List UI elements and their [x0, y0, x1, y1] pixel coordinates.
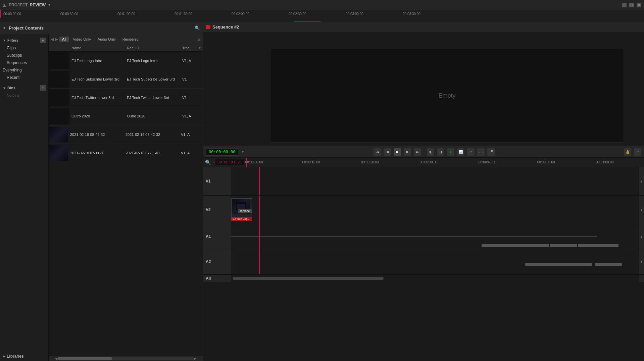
audio-meter-button[interactable]: 📊 — [457, 148, 464, 156]
add-bins-button[interactable]: + — [40, 85, 46, 91]
clip-reel: Outro 2020 — [126, 114, 181, 118]
track-all-row: All — [203, 274, 644, 282]
timecode-bar: 00:00:00.00 ▼ ⏮ ◀ ▶ ▶ ⏭ ◧ ◨ ● 📊 ✂ ⛶ 🎤 🔒 … — [203, 146, 644, 158]
left-panel: ▼ Project Contents 🔍 ▼ Filters + Clips S… — [0, 22, 203, 361]
filter-audio-tab[interactable]: Audio Only — [95, 37, 118, 42]
sidebar-item-sequences[interactable]: Sequences — [0, 59, 48, 66]
clip-list-area: ◀ ▶ All Video Only Audio Only Rendered ⊞… — [49, 34, 203, 361]
lock-button[interactable]: 🔒 — [624, 148, 631, 156]
clip-row[interactable]: 2021-02-18 07-11-01 2021-02-18 07-11-01 … — [49, 144, 203, 162]
clip-row[interactable]: EJ Tech Logo Intro EJ Tech Logo Intro V1… — [49, 52, 203, 70]
sidebar-item-everything[interactable]: Everything — [0, 66, 48, 74]
edit-mode-button[interactable]: ✂ — [467, 148, 475, 156]
zoom-in-button[interactable]: + — [212, 160, 214, 164]
view-toggle-icon[interactable]: ⊞ — [197, 37, 201, 42]
review-dropdown-icon[interactable]: ▼ — [48, 3, 51, 7]
scroll-right-icon[interactable]: ▶ — [194, 357, 197, 360]
transport-go-start[interactable]: ⏮ — [374, 148, 381, 156]
timeline-clip-block[interactable]: EJ Tech Log... replace — [231, 198, 252, 221]
filter-video-tab[interactable]: Video Only — [70, 37, 94, 42]
libraries-section[interactable]: ▶ Libraries — [0, 351, 48, 361]
in-point-button[interactable]: ◧ — [427, 148, 434, 156]
clip-row[interactable]: EJ Tech Twitter Lower 3rd EJ Tech Twitte… — [49, 89, 203, 107]
timecode-dropdown-icon[interactable]: ▼ — [241, 150, 244, 154]
filter-rendered-tab[interactable]: Rendered — [120, 37, 141, 42]
col-name-header[interactable]: Name — [70, 46, 126, 50]
sidebar-item-subclips[interactable]: Subclips — [0, 52, 48, 59]
transport-go-end[interactable]: ⏭ — [414, 148, 421, 156]
clip-list-scrollbar[interactable]: ◀ ▶ — [49, 356, 203, 361]
clip-name: EJ Tech Twitter Lower 3rd — [70, 96, 126, 100]
scroll-left-icon[interactable]: ◀ — [55, 357, 57, 360]
track-a1-content[interactable] — [231, 224, 639, 249]
track-a1-up-icon[interactable]: ▲ — [640, 235, 643, 239]
tl-ruler-6: 00:01:00.00 — [596, 160, 614, 164]
track-a1-controls: ▲ — [639, 224, 644, 249]
filters-section-header[interactable]: ▼ Filters + — [0, 36, 48, 44]
timeline-area: 🔍 + 00:00:03.21 00:00:00.00 00:00:10.00 … — [203, 158, 644, 361]
a2-audio-blob — [595, 263, 622, 266]
nav-back-icon[interactable]: ◀ — [51, 37, 54, 42]
mark-button[interactable]: ● — [447, 148, 454, 156]
audio-waveform-line — [231, 236, 597, 237]
preview-player[interactable]: Empty — [270, 49, 624, 143]
zoom-out-button[interactable]: 🔍 — [205, 160, 211, 165]
horizontal-scrollbar-thumb[interactable] — [57, 357, 112, 360]
clip-name: 2021-02-19 08-42-32 — [69, 133, 124, 137]
clip-row[interactable]: 2021-02-19 08-42-32 2021-02-19 08-42-32 … — [49, 125, 203, 144]
track-a2-label: A2 — [203, 249, 231, 274]
title-bar-left: ⊞ PROJECT REVIEW ▼ — [3, 2, 51, 8]
ruler-mark-1: 00:00:30.00 — [60, 12, 78, 16]
svg-rect-1 — [237, 204, 245, 209]
timecode-display[interactable]: 00:00:00.00 — [206, 148, 238, 156]
close-button[interactable]: ✕ — [637, 3, 641, 7]
track-scrollbar-thumb[interactable] — [233, 277, 384, 280]
transport-prev-frame[interactable]: ◀ — [384, 148, 391, 156]
fullscreen-button[interactable]: ⛶ — [477, 148, 485, 156]
title-bar: ⊞ PROJECT REVIEW ▼ — □ ✕ — [0, 0, 644, 10]
minimize-button[interactable]: — — [622, 3, 627, 7]
project-collapse-icon[interactable]: ▼ — [3, 26, 6, 30]
left-content: ▼ Filters + Clips Subclips Sequences Eve… — [0, 34, 203, 361]
audio-blob — [550, 244, 577, 247]
clip-name: 2021-02-18 07-11-01 — [69, 151, 124, 155]
project-search-icon[interactable]: 🔍 — [195, 25, 200, 31]
add-filter-button[interactable]: + — [40, 38, 46, 43]
filter-all-tab[interactable]: All — [59, 37, 69, 42]
ruler-mark-0: 00:00:00.00 — [3, 12, 21, 16]
ruler-mark-3: 00:01:30.00 — [175, 12, 192, 16]
mic-button[interactable]: 🎤 — [487, 148, 495, 156]
clip-track: V1, A — [180, 133, 196, 137]
undo-button[interactable]: ↩ — [634, 148, 641, 156]
col-reel-header[interactable]: Reel ID — [126, 46, 181, 50]
tracks-container: V1 ▲ V2 — [203, 167, 644, 361]
col-track-header[interactable]: Trac... — [181, 46, 198, 50]
clip-thumbnail — [49, 89, 69, 106]
timeline-zoom-bar: 🔍 + 00:00:03.21 00:00:00.00 00:00:10.00 … — [203, 158, 644, 167]
track-v1-content[interactable] — [231, 167, 639, 195]
track-v2-down-icon[interactable]: ▼ — [640, 208, 643, 212]
horizontal-scrollbar-track[interactable] — [57, 357, 194, 360]
sidebar-item-clips[interactable]: Clips — [0, 44, 48, 52]
track-v1-up-icon[interactable]: ▲ — [640, 179, 643, 183]
clip-row[interactable]: Outro 2020 Outro 2020 V1, A — [49, 107, 203, 125]
clip-track: V1, A — [181, 59, 198, 63]
tl-ruler-5: 00:00:50.00 — [537, 160, 555, 164]
clip-track: V1 — [181, 77, 198, 81]
ruler-mark-4: 00:02:00.00 — [232, 12, 249, 16]
track-a2-down-icon[interactable]: ▼ — [640, 260, 643, 264]
track-v2-content[interactable]: EJ Tech Log... replace — [231, 196, 639, 224]
track-a1: A1 ▲ — [203, 224, 644, 249]
transport-separator — [424, 149, 424, 155]
nav-fwd-icon[interactable]: ▶ — [55, 37, 58, 42]
sidebar-item-recent[interactable]: Recent — [0, 74, 48, 81]
transport-next-frame[interactable]: ▶ — [404, 148, 411, 156]
bins-section-header[interactable]: ▼ Bins + — [0, 84, 48, 92]
clip-row[interactable]: EJ Tech Subscribe Lower 3rd EJ Tech Subs… — [49, 70, 203, 89]
col-expand-icon[interactable]: ▼ — [198, 46, 201, 50]
transport-play[interactable]: ▶ — [394, 148, 401, 156]
maximize-button[interactable]: □ — [629, 3, 634, 7]
track-v1-label: V1 — [203, 167, 231, 195]
track-a2-content[interactable] — [231, 249, 639, 274]
out-point-button[interactable]: ◨ — [437, 148, 444, 156]
